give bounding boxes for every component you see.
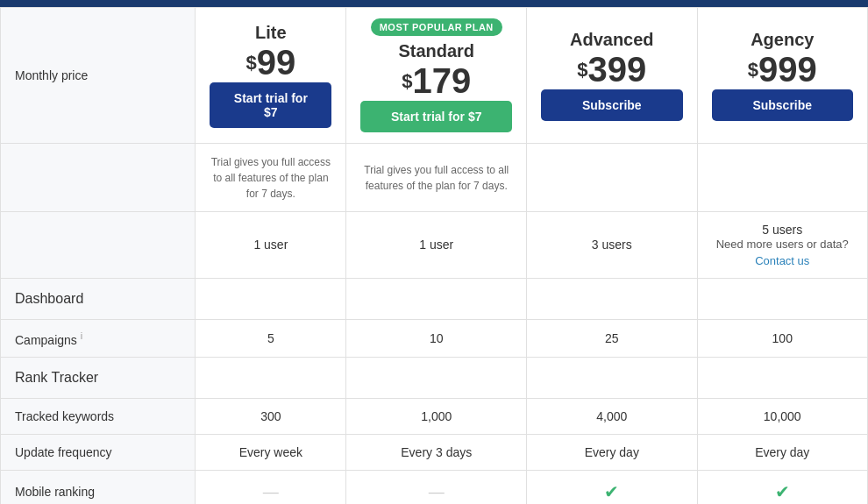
- standard-campaigns: 10: [346, 319, 527, 358]
- standard-tracked-keywords: 1,000: [346, 399, 527, 435]
- trial-label-empty: [1, 144, 196, 212]
- standard-plan-name: Standard: [360, 41, 512, 61]
- lite-update-frequency: Every week: [196, 435, 346, 471]
- lite-trial-note: Trial gives you full access to all featu…: [196, 144, 346, 212]
- dashboard-standard-empty: [346, 278, 527, 319]
- lite-mobile-ranking: —: [196, 471, 346, 504]
- agency-campaigns: 100: [697, 319, 868, 358]
- advanced-campaigns: 25: [527, 319, 697, 358]
- campaigns-label-text: Campaigns: [15, 332, 77, 346]
- agency-update-frequency: Every day: [697, 435, 868, 471]
- agency-tracked-keywords: 10,000: [697, 399, 868, 435]
- dashboard-advanced-empty: [527, 278, 697, 319]
- advanced-mobile-ranking: ✔: [527, 471, 697, 504]
- advanced-tracked-keywords: 4,000: [527, 399, 697, 435]
- lite-plan-name: Lite: [210, 23, 331, 43]
- standard-price: $179: [360, 61, 512, 101]
- standard-currency: $: [402, 70, 412, 92]
- update-frequency-row: Update frequency Every week Every 3 days…: [1, 435, 868, 471]
- campaigns-info-icon: i: [81, 330, 82, 341]
- plan-lite-header: Lite $99 Start trial for $7: [196, 8, 346, 144]
- agency-cta-button[interactable]: Subscribe: [712, 89, 854, 121]
- lite-amount: 99: [257, 43, 296, 82]
- advanced-currency: $: [577, 59, 587, 81]
- rank-tracker-advanced-empty: [527, 358, 697, 399]
- users-row: 1 user 1 user 3 users 5 users Need more …: [1, 212, 868, 278]
- mobile-ranking-label: Mobile ranking: [1, 471, 196, 504]
- pricing-table: Monthly price Lite $99 Start trial for $…: [0, 7, 868, 504]
- advanced-users: 3 users: [527, 212, 697, 278]
- lite-campaigns: 5: [196, 319, 346, 358]
- standard-cta-button[interactable]: Start trial for $7: [360, 101, 512, 132]
- dashboard-label: Dashboard: [1, 278, 196, 319]
- lite-users: 1 user: [196, 212, 346, 278]
- standard-trial-note: Trial gives you full access to all featu…: [346, 144, 527, 212]
- tracked-keywords-row: Tracked keywords 300 1,000 4,000 10,000: [1, 399, 868, 435]
- update-frequency-label: Update frequency: [1, 435, 196, 471]
- tracked-keywords-label: Tracked keywords: [1, 399, 196, 435]
- contact-us-link[interactable]: Contact us: [755, 254, 809, 267]
- agency-trial-note: [697, 144, 868, 212]
- top-bar: [0, 0, 868, 7]
- advanced-cta-button[interactable]: Subscribe: [541, 89, 682, 121]
- label-monthly-price: Monthly price: [1, 8, 196, 144]
- rank-tracker-label: Rank Tracker: [1, 358, 196, 399]
- rank-tracker-agency-empty: [697, 358, 868, 399]
- standard-mobile-ranking: —: [346, 471, 527, 504]
- lite-currency: $: [245, 52, 256, 74]
- users-label-empty: [1, 212, 196, 278]
- agency-mobile-ranking: ✔: [697, 471, 868, 504]
- rank-tracker-section-header: Rank Tracker: [1, 358, 868, 399]
- agency-plan-name: Agency: [712, 30, 854, 50]
- standard-users: 1 user: [346, 212, 527, 278]
- agency-mobile-ranking-icon: ✔: [775, 482, 790, 501]
- standard-mobile-ranking-icon: —: [429, 483, 445, 500]
- most-popular-badge: MOST POPULAR PLAN: [371, 18, 502, 36]
- advanced-plan-name: Advanced: [541, 30, 682, 50]
- lite-cta-button[interactable]: Start trial for $7: [210, 82, 331, 128]
- dashboard-section-header: Dashboard: [1, 278, 868, 319]
- dashboard-lite-empty: [196, 278, 346, 319]
- rank-tracker-standard-empty: [346, 358, 527, 399]
- trial-notes-row: Trial gives you full access to all featu…: [1, 144, 868, 212]
- dashboard-agency-empty: [697, 278, 868, 319]
- lite-price: $99: [210, 43, 331, 82]
- agency-currency: $: [748, 59, 758, 81]
- agency-users: 5 users Need more users or data? Contact…: [697, 212, 868, 278]
- advanced-mobile-ranking-icon: ✔: [604, 482, 619, 501]
- advanced-update-frequency: Every day: [527, 435, 697, 471]
- agency-price: $999: [712, 50, 854, 89]
- agency-need-more: Need more users or data?: [712, 237, 854, 252]
- rank-tracker-lite-empty: [196, 358, 346, 399]
- advanced-amount: 399: [588, 50, 647, 89]
- lite-tracked-keywords: 300: [196, 399, 346, 435]
- advanced-trial-note: [527, 144, 697, 212]
- agency-amount: 999: [758, 50, 817, 89]
- advanced-price: $399: [541, 50, 682, 89]
- plan-advanced-header: Advanced $399 Subscribe: [527, 8, 697, 144]
- agency-users-count: 5 users: [712, 223, 854, 237]
- mobile-ranking-row: Mobile ranking — — ✔ ✔: [1, 471, 868, 504]
- plan-agency-header: Agency $999 Subscribe: [697, 8, 868, 144]
- standard-update-frequency: Every 3 days: [346, 435, 527, 471]
- campaigns-label: Campaigns i: [1, 319, 196, 358]
- lite-mobile-ranking-icon: —: [263, 483, 279, 500]
- standard-amount: 179: [413, 61, 472, 100]
- plan-standard-header: MOST POPULAR PLAN Standard $179 Start tr…: [346, 8, 527, 144]
- campaigns-row: Campaigns i 5 10 25 100: [1, 319, 868, 358]
